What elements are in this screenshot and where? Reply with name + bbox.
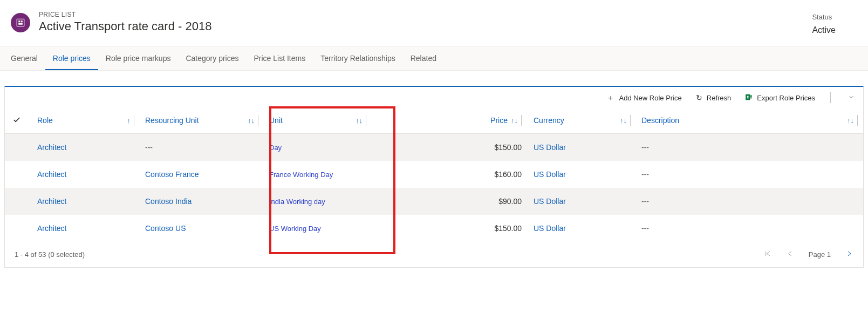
row-selector[interactable] bbox=[5, 140, 32, 155]
first-page-button[interactable] bbox=[763, 249, 772, 260]
subgrid-toolbar: ＋ Add New Role Price ↻ Refresh Export Ro… bbox=[5, 87, 863, 107]
role-link[interactable]: Architect bbox=[37, 143, 66, 152]
page-label: Page 1 bbox=[809, 250, 831, 259]
svg-rect-1 bbox=[18, 21, 20, 22]
unit-link[interactable]: US Working Day bbox=[269, 225, 321, 233]
sort-icon: ↑↓ bbox=[508, 117, 518, 125]
refresh-label: Refresh bbox=[707, 94, 732, 102]
resourcing-unit-value: --- bbox=[145, 143, 153, 152]
column-header-role[interactable]: Role ↑ bbox=[32, 107, 140, 133]
select-all-column[interactable] bbox=[5, 108, 32, 133]
column-header-resourcing-unit-label: Resourcing Unit bbox=[145, 116, 199, 125]
add-new-role-price-button[interactable]: ＋ Add New Role Price bbox=[606, 93, 681, 103]
entity-type-label: PRICE LIST bbox=[39, 11, 812, 18]
grid-footer: 1 - 4 of 53 (0 selected) Page 1 bbox=[5, 242, 863, 267]
svg-rect-7 bbox=[750, 97, 753, 98]
export-role-prices-label: Export Role Prices bbox=[757, 94, 815, 102]
row-selector[interactable] bbox=[5, 167, 32, 182]
currency-link[interactable]: US Dollar bbox=[534, 143, 566, 152]
description-value: --- bbox=[641, 224, 649, 233]
price-value: $90.00 bbox=[498, 197, 522, 206]
price-value: $160.00 bbox=[494, 170, 522, 179]
column-header-description-label: Description bbox=[641, 116, 679, 125]
column-header-role-label: Role bbox=[37, 116, 53, 125]
svg-rect-0 bbox=[17, 19, 24, 26]
svg-rect-2 bbox=[21, 21, 23, 22]
tab-role-price-markups[interactable]: Role price markups bbox=[98, 46, 179, 70]
status-value: Active bbox=[812, 25, 836, 35]
record-range-label: 1 - 4 of 53 (0 selected) bbox=[15, 250, 85, 259]
column-header-description[interactable]: Description ↑↓ bbox=[636, 107, 863, 133]
column-header-price-label: Price bbox=[490, 116, 508, 125]
grid-header-row: Role ↑ Resourcing Unit ↑↓ Unit ↑↓ Price … bbox=[5, 107, 863, 134]
excel-icon bbox=[745, 93, 753, 103]
tab-price-list-items[interactable]: Price List Items bbox=[247, 46, 313, 70]
tab-general[interactable]: General bbox=[3, 46, 45, 70]
currency-link[interactable]: US Dollar bbox=[534, 224, 566, 233]
add-new-role-price-label: Add New Role Price bbox=[619, 94, 681, 102]
description-value: --- bbox=[641, 197, 649, 206]
row-selector[interactable] bbox=[5, 221, 32, 236]
status-label: Status bbox=[812, 13, 836, 21]
tab-related[interactable]: Related bbox=[403, 46, 444, 70]
resourcing-unit-link[interactable]: Contoso France bbox=[145, 170, 199, 179]
role-prices-subgrid: ＋ Add New Role Price ↻ Refresh Export Ro… bbox=[4, 86, 864, 268]
svg-rect-5 bbox=[750, 94, 753, 96]
column-header-price[interactable]: Price ↑↓ bbox=[469, 107, 528, 133]
column-header-currency[interactable]: Currency ↑↓ bbox=[528, 107, 636, 133]
sort-icon: ↑↓ bbox=[244, 117, 255, 125]
table-row[interactable]: ArchitectContoso IndiaIndia Working day$… bbox=[5, 188, 863, 215]
record-title: Active Transport rate card - 2018 bbox=[39, 19, 812, 33]
form-tabs: GeneralRole pricesRole price markupsCate… bbox=[0, 46, 868, 71]
resourcing-unit-link[interactable]: Contoso US bbox=[145, 224, 186, 233]
description-value: --- bbox=[641, 170, 649, 179]
column-header-resourcing-unit[interactable]: Resourcing Unit ↑↓ bbox=[140, 107, 264, 133]
currency-link[interactable]: US Dollar bbox=[534, 197, 566, 206]
chevron-down-icon bbox=[848, 94, 855, 102]
role-link[interactable]: Architect bbox=[37, 197, 66, 206]
column-header-unit-label: Unit bbox=[269, 116, 283, 125]
sort-icon: ↑↓ bbox=[352, 117, 363, 125]
table-row[interactable]: Architect---Day$150.00US Dollar--- bbox=[5, 134, 863, 161]
svg-rect-3 bbox=[18, 23, 23, 25]
tab-territory-relationships[interactable]: Territory Relationships bbox=[313, 46, 403, 70]
column-header-unit[interactable]: Unit ↑↓ bbox=[264, 107, 469, 133]
pager: Page 1 bbox=[763, 249, 853, 260]
sort-asc-icon: ↑ bbox=[124, 117, 131, 125]
tab-category-prices[interactable]: Category prices bbox=[178, 46, 246, 70]
currency-link[interactable]: US Dollar bbox=[534, 170, 566, 179]
sort-icon: ↑↓ bbox=[844, 117, 854, 125]
record-header: PRICE LIST Active Transport rate card - … bbox=[0, 0, 868, 46]
unit-link[interactable]: India Working day bbox=[269, 198, 325, 206]
unit-link[interactable]: France Working Day bbox=[269, 171, 333, 179]
description-value: --- bbox=[641, 143, 649, 152]
role-link[interactable]: Architect bbox=[37, 170, 66, 179]
table-row[interactable]: ArchitectContoso FranceFrance Working Da… bbox=[5, 161, 863, 188]
next-page-button[interactable] bbox=[845, 249, 853, 260]
column-header-currency-label: Currency bbox=[534, 116, 564, 125]
price-value: $150.00 bbox=[494, 224, 522, 233]
toolbar-separator bbox=[830, 92, 831, 103]
table-row[interactable]: ArchitectContoso USUS Working Day$150.00… bbox=[5, 215, 863, 242]
prev-page-button[interactable] bbox=[786, 249, 795, 260]
row-selector[interactable] bbox=[5, 194, 32, 209]
unit-link[interactable]: Day bbox=[269, 144, 282, 152]
tab-role-prices[interactable]: Role prices bbox=[45, 46, 98, 70]
svg-rect-6 bbox=[750, 96, 753, 97]
plus-icon: ＋ bbox=[606, 93, 614, 103]
export-role-prices-button[interactable]: Export Role Prices bbox=[745, 93, 815, 103]
sort-icon: ↑↓ bbox=[617, 117, 627, 125]
price-value: $150.00 bbox=[494, 143, 522, 152]
refresh-icon: ↻ bbox=[696, 93, 702, 102]
more-commands-button[interactable] bbox=[846, 94, 857, 102]
refresh-button[interactable]: ↻ Refresh bbox=[696, 93, 732, 102]
entity-icon bbox=[11, 13, 30, 32]
role-link[interactable]: Architect bbox=[37, 224, 66, 233]
grid: Role ↑ Resourcing Unit ↑↓ Unit ↑↓ Price … bbox=[5, 107, 863, 242]
resourcing-unit-link[interactable]: Contoso India bbox=[145, 197, 192, 206]
